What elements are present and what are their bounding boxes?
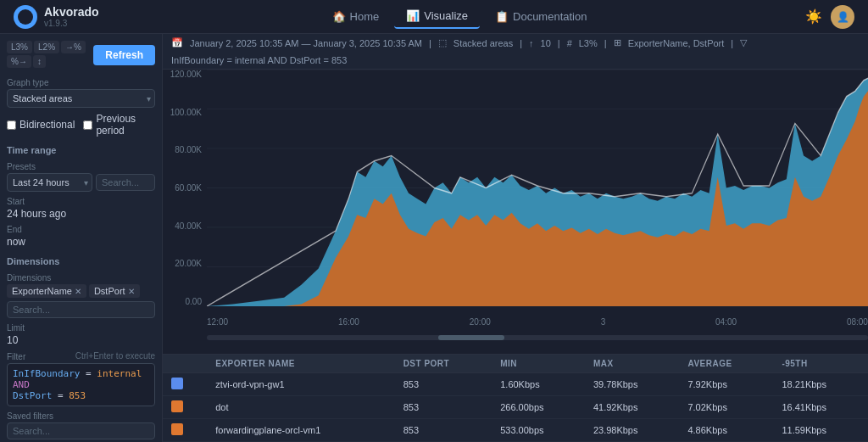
theme-icon[interactable]: ☀️ — [805, 8, 822, 25]
info-top: 10 — [541, 38, 551, 48]
dimensions-section-label: Dimensions — [7, 256, 155, 266]
filter-box[interactable]: InIfBoundary = internal AND DstPort = 85… — [7, 363, 155, 406]
th-min: MIN — [492, 355, 585, 373]
previous-period-checkbox[interactable]: Previous period — [83, 113, 155, 137]
info-separator-2: | — [520, 38, 522, 48]
info-layer: L3% — [579, 38, 598, 48]
th-exporter: EXPORTER NAME — [207, 355, 394, 373]
filter-hint: Ctrl+Enter to execute — [75, 351, 155, 361]
presets-select[interactable]: Last 24 hours Last 7 days Last 30 days — [7, 173, 92, 192]
row3-color-cell — [163, 419, 207, 442]
presets-search-input[interactable] — [96, 174, 155, 191]
pill-l2[interactable]: L2% — [34, 41, 59, 53]
remove-exportername-icon[interactable]: ✕ — [75, 287, 81, 296]
row3-max: 23.98Kbps — [585, 419, 680, 442]
saved-filters-search[interactable] — [7, 422, 155, 439]
dim-pills-row: ExporterName ✕ DstPort ✕ ▾ — [7, 284, 155, 298]
pill-percent-arrow[interactable]: %→ — [7, 55, 31, 68]
x-label-1: 16:00 — [338, 317, 359, 327]
dim-search-input[interactable] — [7, 301, 155, 318]
sidebar-top-bar: L3% L2% →% %→ ↕ Refresh — [7, 41, 155, 70]
info-dimensions: ExporterName, DstPort — [628, 38, 725, 48]
x-label-0: 12:00 — [207, 317, 228, 327]
row2-max: 41.92Kbps — [585, 396, 680, 419]
graph-type-select[interactable]: Stacked areas Lines Grouped bars — [7, 89, 155, 108]
bidirectional-checkbox[interactable]: Bidirectional — [7, 119, 75, 131]
nav-home[interactable]: 🏠 Home — [320, 5, 392, 28]
th-dstport: DST PORT — [395, 355, 492, 373]
pill-arrow-right[interactable]: →% — [61, 41, 86, 53]
y-label-3: 60.00K — [163, 183, 202, 193]
graph-type-label: Graph type — [7, 78, 155, 87]
table-row: forwardingplane-orcl-vm1 853 533.00bps 2… — [163, 419, 868, 442]
header: Akvorado v1.9.3 🏠 Home 📊 Visualize 📋 Doc… — [0, 0, 868, 34]
previous-period-input[interactable] — [83, 120, 92, 130]
table-row: dot 853 266.00bps 41.92Kbps 7.02Kbps 16.… — [163, 396, 868, 419]
info-separator-4: | — [604, 38, 607, 48]
x-label-4: 04:00 — [715, 317, 737, 327]
bidirectional-input[interactable] — [7, 120, 16, 130]
nav-visualize[interactable]: 📊 Visualize — [394, 4, 480, 29]
row1-exporter: ztvi-ord-vpn-gw1 — [207, 373, 394, 396]
x-label-3: 3 — [601, 317, 606, 327]
pill-l3[interactable]: L3% — [7, 41, 32, 53]
info-stack-icon: ⬚ — [438, 37, 447, 48]
y-label-4: 80.00K — [163, 145, 202, 154]
info-hash-icon: # — [567, 38, 572, 48]
filter-val-2: 853 — [69, 390, 86, 401]
app-name: Akvorado — [44, 5, 99, 19]
row1-max: 39.78Kbps — [585, 373, 680, 396]
presets-section: Presets Last 24 hours Last 7 days Last 3… — [7, 162, 155, 192]
graph-type-section: Graph type Stacked areas Lines Grouped b… — [7, 78, 155, 108]
limit-label: Limit — [7, 323, 155, 333]
filter-logic-1: AND — [13, 379, 30, 390]
start-value: 24 hours ago — [7, 208, 155, 220]
end-value: now — [7, 236, 155, 248]
th-color — [163, 355, 207, 373]
info-filter-icon: ▽ — [740, 37, 747, 48]
end-label: End — [7, 225, 155, 234]
row2-min: 266.00bps — [492, 396, 585, 419]
filter-val-1: internal — [97, 368, 142, 379]
metric-pills: L3% L2% →% %→ ↕ — [7, 41, 93, 68]
scrollbar-thumb[interactable] — [438, 335, 504, 340]
presets-label: Presets — [7, 162, 155, 171]
filter-op-1: = — [80, 368, 97, 379]
header-right: ☀️ 👤 — [787, 5, 854, 29]
y-label-0: 0.00 — [163, 297, 202, 306]
pill-bidirectional[interactable]: ↕ — [33, 55, 46, 68]
end-section: End now — [7, 225, 155, 248]
filter-key-2: DstPort — [13, 390, 52, 401]
info-stacked: Stacked areas — [453, 38, 513, 48]
row3-exporter: forwardingplane-orcl-vm1 — [207, 419, 394, 442]
sidebar: L3% L2% →% %→ ↕ Refresh Graph type Stack… — [0, 34, 163, 442]
limit-section: Limit 10 — [7, 323, 155, 346]
table-row: ztvi-ord-vpn-gw1 853 1.60Kbps 39.78Kbps … — [163, 373, 868, 396]
chart-area: 120.00K 100.00K 80.00K 60.00K 40.00K 20.… — [163, 70, 868, 354]
scrollbar-track[interactable] — [207, 335, 868, 340]
row2-p95: 16.41Kbps — [773, 396, 868, 419]
filter-section: Filter Ctrl+Enter to execute InIfBoundar… — [7, 351, 155, 406]
y-label-2: 40.00K — [163, 221, 202, 231]
nav-documentation[interactable]: 📋 Documentation — [483, 5, 598, 28]
docs-icon: 📋 — [495, 10, 509, 23]
row2-color-cell — [163, 396, 207, 419]
row3-min: 533.00bps — [492, 419, 585, 442]
remove-dstport-icon[interactable]: ✕ — [128, 287, 135, 296]
main-nav: 🏠 Home 📊 Visualize 📋 Documentation — [132, 4, 787, 29]
saved-filters-label: Saved filters — [7, 411, 155, 421]
info-date-range: January 2, 2025 10:35 AM — January 3, 20… — [190, 38, 422, 48]
x-label-5: 08:00 — [847, 317, 868, 327]
th-avg: AVERAGE — [679, 355, 773, 373]
row3-color-swatch — [171, 423, 183, 435]
th-max: MAX — [585, 355, 680, 373]
visualize-icon: 📊 — [406, 9, 420, 22]
info-separator-5: | — [731, 38, 733, 48]
y-label-6: 120.00K — [163, 70, 202, 79]
row1-dstport: 853 — [395, 373, 492, 396]
dim-label: Dimensions — [7, 273, 155, 283]
refresh-button[interactable]: Refresh — [93, 45, 155, 65]
th-p95: -95TH — [773, 355, 868, 373]
info-bar: 📅 January 2, 2025 10:35 AM — January 3, … — [163, 34, 868, 70]
avatar[interactable]: 👤 — [831, 5, 854, 29]
